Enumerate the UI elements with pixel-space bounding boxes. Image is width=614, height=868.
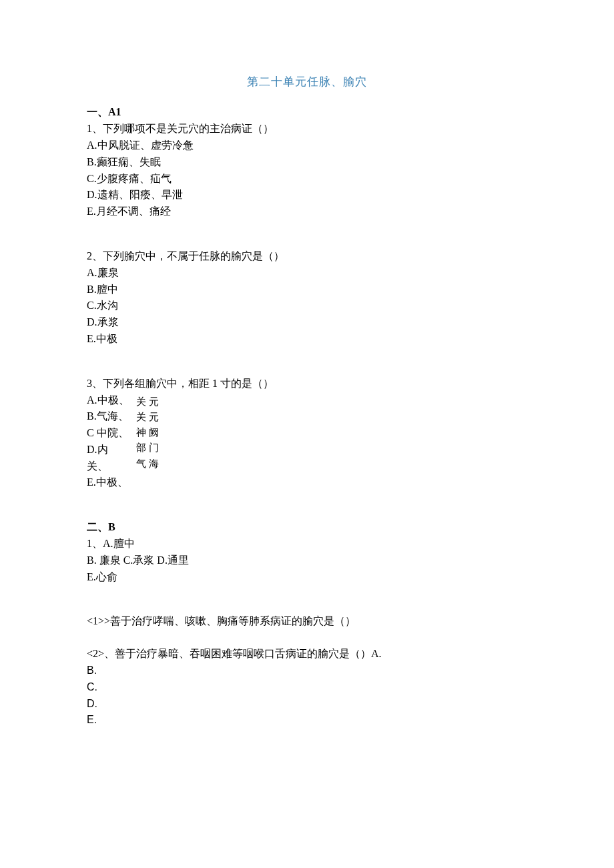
option-c: C.水沟: [87, 298, 527, 314]
sub-question-1: <1>>善于治疗哮喘、咳嗽、胸痛等肺系病证的腧穴是（）: [87, 613, 527, 630]
q3-right-5: 气海: [136, 456, 162, 472]
option-a: A.廉泉: [87, 265, 527, 282]
question-3: 3、下列各组腧穴中，相距 1 寸的是（） A.中极、 B.气海、 C 中院、 D…: [87, 376, 527, 492]
option-b: B.癫狂痫、失眠: [87, 154, 527, 171]
q3-right-2: 关元: [136, 410, 162, 425]
option-e: E.中极: [87, 331, 527, 348]
option-c-label: C.: [87, 679, 527, 696]
option-a: A.中风脱证、虚劳冷惫: [87, 137, 527, 154]
option-d: D.遗精、阳痿、早泄: [87, 187, 527, 203]
page-title: 第二十单元任脉、腧穴: [87, 73, 527, 91]
option-c: C.少腹疼痛、疝气: [87, 171, 527, 187]
question-stem: 3、下列各组腧穴中，相距 1 寸的是（）: [87, 376, 527, 392]
option-c-left: C 中院、: [87, 425, 129, 442]
question-stem: 2、下列腧穴中，不属于任脉的腧穴是（）: [87, 248, 527, 265]
question-b1: 1、A.膻中 B. 廉泉 C.承浆 D.通里 E.心俞: [87, 536, 527, 585]
q3-right-3: 神阙: [136, 425, 162, 440]
option-b-left: B.气海、: [87, 408, 129, 425]
question-2: 2、下列腧穴中，不属于任脉的腧穴是（） A.廉泉 B.膻中 C.水沟 D.承浆 …: [87, 248, 527, 348]
q3-right-column: 关元 关元 神阙 部门 气海: [136, 392, 162, 492]
options-line-2: B. 廉泉 C.承浆 D.通里: [87, 552, 527, 569]
option-e: E.心俞: [87, 569, 527, 586]
option-d-label: D.: [87, 696, 527, 713]
option-e-left: E.中极、: [87, 474, 129, 491]
q3-right-1: 关元: [136, 394, 162, 410]
option-b: B.膻中: [87, 282, 527, 298]
sub-stem-1: <1>>善于治疗哮喘、咳嗽、胸痛等肺系病证的腧穴是（）: [87, 613, 527, 630]
question-stem: 1、A.膻中: [87, 536, 527, 552]
sub-question-2: <2>、善于治疗暴暗、吞咽困难等咽喉口舌病证的腧穴是（）A. B. C. D. …: [87, 646, 527, 729]
q3-left-column: A.中极、 B.气海、 C 中院、 D.内 关、 E.中极、: [87, 392, 129, 492]
question-1: 1、下列哪项不是关元穴的主治病证（） A.中风脱证、虚劳冷惫 B.癫狂痫、失眠 …: [87, 121, 527, 220]
option-b-label: B.: [87, 663, 527, 679]
document-body: 一、A1 1、下列哪项不是关元穴的主治病证（） A.中风脱证、虚劳冷惫 B.癫狂…: [87, 104, 527, 729]
q3-right-4: 部门: [136, 440, 162, 456]
option-d-left-2: 关、: [87, 458, 129, 475]
option-a-left: A.中极、: [87, 392, 129, 409]
question-stem: 1、下列哪项不是关元穴的主治病证（）: [87, 121, 527, 137]
section-a-heading: 一、A1: [87, 104, 527, 121]
option-e: E.月经不调、痛经: [87, 203, 527, 220]
sub-stem-2: <2>、善于治疗暴暗、吞咽困难等咽喉口舌病证的腧穴是（）A.: [87, 646, 527, 663]
option-d: D.承浆: [87, 314, 527, 331]
option-e-label: E.: [87, 712, 527, 729]
option-d-left: D.内: [87, 442, 129, 458]
section-b-heading: 二、B: [87, 519, 527, 536]
